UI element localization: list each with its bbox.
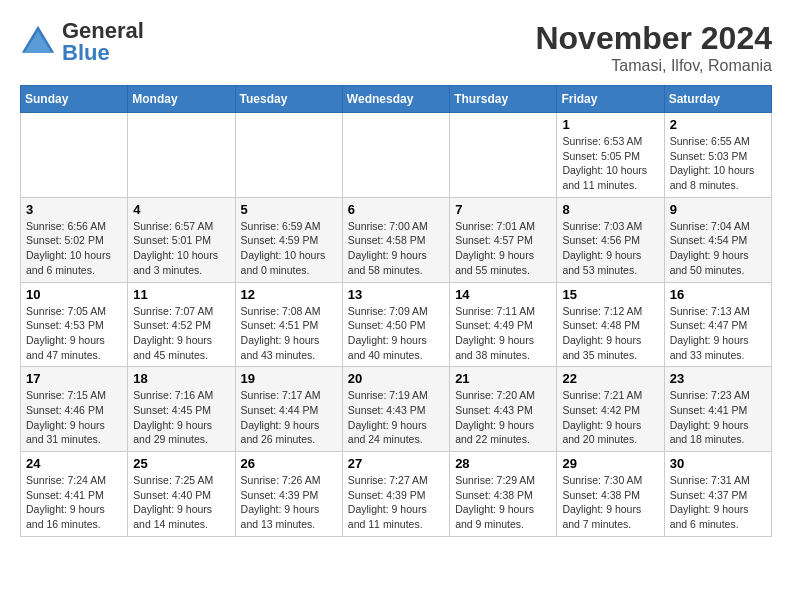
calendar-cell: 18Sunrise: 7:16 AM Sunset: 4:45 PM Dayli… (128, 367, 235, 452)
calendar-cell: 20Sunrise: 7:19 AM Sunset: 4:43 PM Dayli… (342, 367, 449, 452)
day-number: 20 (348, 371, 444, 386)
day-info: Sunrise: 7:00 AM Sunset: 4:58 PM Dayligh… (348, 219, 444, 278)
day-number: 25 (133, 456, 229, 471)
calendar-cell: 29Sunrise: 7:30 AM Sunset: 4:38 PM Dayli… (557, 452, 664, 537)
calendar-cell: 12Sunrise: 7:08 AM Sunset: 4:51 PM Dayli… (235, 282, 342, 367)
day-number: 12 (241, 287, 337, 302)
day-number: 22 (562, 371, 658, 386)
calendar-week-1: 1Sunrise: 6:53 AM Sunset: 5:05 PM Daylig… (21, 113, 772, 198)
calendar-cell: 13Sunrise: 7:09 AM Sunset: 4:50 PM Dayli… (342, 282, 449, 367)
logo-blue: Blue (62, 40, 110, 65)
day-info: Sunrise: 7:17 AM Sunset: 4:44 PM Dayligh… (241, 388, 337, 447)
calendar-cell: 8Sunrise: 7:03 AM Sunset: 4:56 PM Daylig… (557, 197, 664, 282)
logo-icon (20, 24, 56, 60)
day-info: Sunrise: 7:29 AM Sunset: 4:38 PM Dayligh… (455, 473, 551, 532)
day-number: 24 (26, 456, 122, 471)
day-number: 1 (562, 117, 658, 132)
day-number: 18 (133, 371, 229, 386)
calendar-cell (342, 113, 449, 198)
day-info: Sunrise: 7:31 AM Sunset: 4:37 PM Dayligh… (670, 473, 766, 532)
day-info: Sunrise: 6:56 AM Sunset: 5:02 PM Dayligh… (26, 219, 122, 278)
calendar-cell: 15Sunrise: 7:12 AM Sunset: 4:48 PM Dayli… (557, 282, 664, 367)
day-info: Sunrise: 6:57 AM Sunset: 5:01 PM Dayligh… (133, 219, 229, 278)
calendar-week-4: 17Sunrise: 7:15 AM Sunset: 4:46 PM Dayli… (21, 367, 772, 452)
day-number: 8 (562, 202, 658, 217)
day-header-saturday: Saturday (664, 86, 771, 113)
day-info: Sunrise: 7:24 AM Sunset: 4:41 PM Dayligh… (26, 473, 122, 532)
day-info: Sunrise: 6:55 AM Sunset: 5:03 PM Dayligh… (670, 134, 766, 193)
calendar-cell: 6Sunrise: 7:00 AM Sunset: 4:58 PM Daylig… (342, 197, 449, 282)
day-number: 17 (26, 371, 122, 386)
calendar-cell (21, 113, 128, 198)
day-info: Sunrise: 7:01 AM Sunset: 4:57 PM Dayligh… (455, 219, 551, 278)
calendar-cell: 19Sunrise: 7:17 AM Sunset: 4:44 PM Dayli… (235, 367, 342, 452)
page-header: General Blue November 2024 Tamasi, Ilfov… (20, 20, 772, 75)
calendar-cell: 24Sunrise: 7:24 AM Sunset: 4:41 PM Dayli… (21, 452, 128, 537)
day-number: 13 (348, 287, 444, 302)
calendar-cell: 10Sunrise: 7:05 AM Sunset: 4:53 PM Dayli… (21, 282, 128, 367)
day-info: Sunrise: 7:27 AM Sunset: 4:39 PM Dayligh… (348, 473, 444, 532)
calendar-week-3: 10Sunrise: 7:05 AM Sunset: 4:53 PM Dayli… (21, 282, 772, 367)
day-number: 10 (26, 287, 122, 302)
calendar-cell (235, 113, 342, 198)
day-number: 26 (241, 456, 337, 471)
location-title: Tamasi, Ilfov, Romania (535, 57, 772, 75)
day-number: 9 (670, 202, 766, 217)
calendar-week-5: 24Sunrise: 7:24 AM Sunset: 4:41 PM Dayli… (21, 452, 772, 537)
calendar-cell: 17Sunrise: 7:15 AM Sunset: 4:46 PM Dayli… (21, 367, 128, 452)
calendar-cell: 7Sunrise: 7:01 AM Sunset: 4:57 PM Daylig… (450, 197, 557, 282)
day-header-monday: Monday (128, 86, 235, 113)
day-number: 14 (455, 287, 551, 302)
calendar-cell: 21Sunrise: 7:20 AM Sunset: 4:43 PM Dayli… (450, 367, 557, 452)
day-header-sunday: Sunday (21, 86, 128, 113)
calendar-cell: 5Sunrise: 6:59 AM Sunset: 4:59 PM Daylig… (235, 197, 342, 282)
day-number: 6 (348, 202, 444, 217)
day-info: Sunrise: 7:30 AM Sunset: 4:38 PM Dayligh… (562, 473, 658, 532)
calendar-cell (128, 113, 235, 198)
day-number: 3 (26, 202, 122, 217)
calendar-cell (450, 113, 557, 198)
day-info: Sunrise: 7:13 AM Sunset: 4:47 PM Dayligh… (670, 304, 766, 363)
day-info: Sunrise: 7:23 AM Sunset: 4:41 PM Dayligh… (670, 388, 766, 447)
logo-text: General Blue (62, 20, 144, 64)
day-header-friday: Friday (557, 86, 664, 113)
day-info: Sunrise: 7:04 AM Sunset: 4:54 PM Dayligh… (670, 219, 766, 278)
day-number: 5 (241, 202, 337, 217)
calendar-table: SundayMondayTuesdayWednesdayThursdayFrid… (20, 85, 772, 537)
day-info: Sunrise: 7:25 AM Sunset: 4:40 PM Dayligh… (133, 473, 229, 532)
day-info: Sunrise: 7:09 AM Sunset: 4:50 PM Dayligh… (348, 304, 444, 363)
day-info: Sunrise: 7:15 AM Sunset: 4:46 PM Dayligh… (26, 388, 122, 447)
day-info: Sunrise: 7:08 AM Sunset: 4:51 PM Dayligh… (241, 304, 337, 363)
calendar-cell: 1Sunrise: 6:53 AM Sunset: 5:05 PM Daylig… (557, 113, 664, 198)
day-header-wednesday: Wednesday (342, 86, 449, 113)
day-number: 19 (241, 371, 337, 386)
day-info: Sunrise: 7:12 AM Sunset: 4:48 PM Dayligh… (562, 304, 658, 363)
day-number: 2 (670, 117, 766, 132)
calendar-cell: 27Sunrise: 7:27 AM Sunset: 4:39 PM Dayli… (342, 452, 449, 537)
calendar-cell: 25Sunrise: 7:25 AM Sunset: 4:40 PM Dayli… (128, 452, 235, 537)
day-header-thursday: Thursday (450, 86, 557, 113)
day-info: Sunrise: 7:05 AM Sunset: 4:53 PM Dayligh… (26, 304, 122, 363)
day-number: 27 (348, 456, 444, 471)
day-info: Sunrise: 7:20 AM Sunset: 4:43 PM Dayligh… (455, 388, 551, 447)
day-info: Sunrise: 7:26 AM Sunset: 4:39 PM Dayligh… (241, 473, 337, 532)
calendar-cell: 9Sunrise: 7:04 AM Sunset: 4:54 PM Daylig… (664, 197, 771, 282)
day-number: 7 (455, 202, 551, 217)
calendar-cell: 4Sunrise: 6:57 AM Sunset: 5:01 PM Daylig… (128, 197, 235, 282)
calendar-cell: 28Sunrise: 7:29 AM Sunset: 4:38 PM Dayli… (450, 452, 557, 537)
day-number: 16 (670, 287, 766, 302)
day-number: 11 (133, 287, 229, 302)
day-header-tuesday: Tuesday (235, 86, 342, 113)
day-number: 28 (455, 456, 551, 471)
calendar-cell: 26Sunrise: 7:26 AM Sunset: 4:39 PM Dayli… (235, 452, 342, 537)
day-info: Sunrise: 7:19 AM Sunset: 4:43 PM Dayligh… (348, 388, 444, 447)
day-number: 23 (670, 371, 766, 386)
calendar-cell: 23Sunrise: 7:23 AM Sunset: 4:41 PM Dayli… (664, 367, 771, 452)
month-title: November 2024 (535, 20, 772, 57)
day-number: 29 (562, 456, 658, 471)
day-number: 30 (670, 456, 766, 471)
calendar-cell: 14Sunrise: 7:11 AM Sunset: 4:49 PM Dayli… (450, 282, 557, 367)
day-info: Sunrise: 6:53 AM Sunset: 5:05 PM Dayligh… (562, 134, 658, 193)
day-info: Sunrise: 7:21 AM Sunset: 4:42 PM Dayligh… (562, 388, 658, 447)
calendar-cell: 30Sunrise: 7:31 AM Sunset: 4:37 PM Dayli… (664, 452, 771, 537)
